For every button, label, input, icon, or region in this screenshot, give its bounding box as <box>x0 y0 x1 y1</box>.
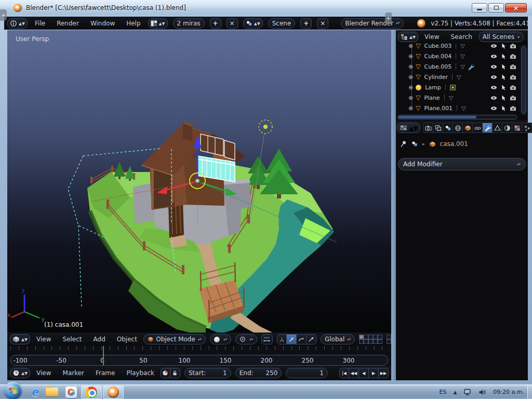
outliner-row[interactable]: ⊕▽Cube.003▽ <box>396 44 518 51</box>
tab-render-layers[interactable] <box>433 123 443 133</box>
menu-view[interactable]: View <box>422 33 441 41</box>
mode-selector[interactable]: Object Mode ▴▾ <box>143 334 206 344</box>
timeline-editor[interactable]: -100-50050100150200250300 ▴▾ ViewMarkerF… <box>7 346 391 380</box>
window-titlebar[interactable]: Blender* [C:\Users\fawcett\Desktop\casa … <box>0 0 532 16</box>
expand-icon[interactable]: ⊕ <box>408 64 413 70</box>
editor-type-properties-button[interactable]: ▴▾ <box>397 123 420 133</box>
scene-selector[interactable]: Scene <box>268 18 296 29</box>
expand-icon[interactable]: ⊕ <box>408 74 413 80</box>
scene-icon-button[interactable]: ▴▾ <box>243 18 263 29</box>
menu-frame[interactable]: Frame <box>94 369 117 377</box>
close-button[interactable]: × <box>505 3 527 12</box>
tab-texture[interactable] <box>512 123 522 133</box>
render-engine-selector[interactable]: Blender Render ▴▾ <box>341 18 404 29</box>
editor-type-outliner-button[interactable]: ▴▾ <box>398 32 418 42</box>
object-name[interactable]: Plane <box>424 95 440 101</box>
object-name[interactable]: Cube.004 <box>424 53 451 60</box>
layers-grid-1[interactable] <box>359 335 382 344</box>
show-desktop-button[interactable] <box>527 385 532 399</box>
layer-cell[interactable] <box>364 339 368 344</box>
tab-scene[interactable] <box>443 123 453 133</box>
menu-select[interactable]: Select <box>61 336 84 343</box>
clock[interactable]: 09:20 a.m. <box>493 389 524 395</box>
end-frame-field[interactable]: End: 250 <box>235 368 282 378</box>
cursor-icon[interactable] <box>501 105 506 112</box>
manipulator-axes-button[interactable] <box>277 334 287 344</box>
camera-icon[interactable] <box>510 44 516 49</box>
layer-cell[interactable] <box>373 335 378 339</box>
shading-selector[interactable]: ▴▾ <box>210 334 231 344</box>
outliner-vertical-scrollbar[interactable] <box>521 46 526 114</box>
layer-cell[interactable] <box>364 335 368 339</box>
eye-icon[interactable] <box>490 44 497 49</box>
cursor-icon[interactable] <box>501 95 506 101</box>
translate-manipulator-button[interactable] <box>287 334 297 344</box>
timeline-ruler[interactable]: -100-50050100150200250300 <box>10 355 388 366</box>
object-name[interactable]: Cylinder <box>424 74 448 81</box>
layer-cell[interactable] <box>368 335 373 339</box>
chrome-taskbar-button[interactable] <box>81 385 102 399</box>
expand-icon[interactable]: ⊕ <box>408 54 413 59</box>
tab-constraints[interactable] <box>473 123 483 133</box>
outliner-horizontal-scrollbar[interactable] <box>397 115 517 119</box>
eye-icon[interactable] <box>490 105 497 111</box>
expand-icon[interactable]: ⊕ <box>408 95 413 101</box>
pin-icon[interactable] <box>400 140 407 148</box>
media-player-icon[interactable] <box>65 387 77 398</box>
current-frame-marker[interactable] <box>103 346 104 366</box>
camera-icon[interactable] <box>510 85 516 90</box>
menu-object[interactable]: Object <box>115 336 139 343</box>
eye-icon[interactable] <box>490 95 497 101</box>
hidden-icons-arrow[interactable]: ▲ <box>453 390 457 395</box>
outliner-row[interactable]: ⊕▽Cube.004▽ <box>396 51 518 61</box>
camera-icon[interactable] <box>510 74 516 80</box>
start-button[interactable] <box>4 382 22 399</box>
menu-render[interactable]: Render <box>55 20 81 27</box>
outliner-row[interactable]: ⊕Lamp <box>396 82 518 92</box>
eye-icon[interactable] <box>490 74 497 80</box>
object-name[interactable]: Lamp <box>425 84 441 91</box>
viewport-scene[interactable]: x y z <box>7 30 391 332</box>
cursor-icon[interactable] <box>501 74 506 81</box>
layer-cell[interactable] <box>359 335 364 339</box>
editor-type-3dview-button[interactable]: ▴▾ <box>10 334 30 344</box>
next-keyframe-button[interactable]: ▶▶ <box>379 368 389 378</box>
minimize-button[interactable] <box>472 3 487 12</box>
editor-type-timeline-button[interactable]: ▴▾ <box>10 368 30 378</box>
layer-cell[interactable] <box>373 339 378 344</box>
remove-scene-button[interactable]: × <box>317 18 328 29</box>
manipulator-toggle-button[interactable] <box>261 334 273 344</box>
expand-icon[interactable]: ⊕ <box>408 44 413 49</box>
expand-icon[interactable]: ⊕ <box>408 105 413 111</box>
editor-type-info-button[interactable]: ▴▾ <box>7 18 28 29</box>
eye-icon[interactable] <box>490 85 497 90</box>
camera-icon[interactable] <box>510 64 516 70</box>
tab-particles[interactable] <box>522 123 532 133</box>
camera-icon[interactable] <box>510 54 516 59</box>
play-reverse-button[interactable]: ◀ <box>359 368 369 378</box>
outliner-row[interactable]: ⊕▽Plane.001▽ <box>396 103 518 113</box>
cursor-icon[interactable] <box>501 53 506 60</box>
language-indicator[interactable]: ES <box>439 389 446 395</box>
menu-help[interactable]: Help <box>124 20 142 27</box>
cursor-icon[interactable] <box>501 84 506 91</box>
menu-file[interactable]: File <box>33 20 47 27</box>
cursor-icon[interactable] <box>501 63 506 70</box>
play-button[interactable]: ▶ <box>369 368 379 378</box>
toolshelf-expand-tab[interactable]: + <box>0 9 7 21</box>
camera-icon[interactable] <box>510 95 516 101</box>
current-frame-field[interactable]: 1 <box>286 368 328 378</box>
area-separator[interactable] <box>391 30 396 380</box>
screen-layout-selector[interactable]: 2 miras <box>173 18 205 29</box>
outliner-row[interactable]: ⊕▽Plane▽ <box>396 92 518 103</box>
add-layout-button[interactable]: + <box>210 18 221 29</box>
menu-view[interactable]: View <box>34 336 53 343</box>
layer-cell[interactable] <box>387 339 391 344</box>
internet-explorer-icon[interactable]: e <box>31 386 38 398</box>
object-name[interactable]: Cube.005 <box>424 63 451 70</box>
tab-material[interactable] <box>502 123 512 133</box>
tab-modifiers[interactable] <box>483 123 493 133</box>
tab-object[interactable] <box>463 123 473 133</box>
rotate-manipulator-button[interactable] <box>297 334 307 344</box>
speaker-icon[interactable] <box>478 389 486 396</box>
